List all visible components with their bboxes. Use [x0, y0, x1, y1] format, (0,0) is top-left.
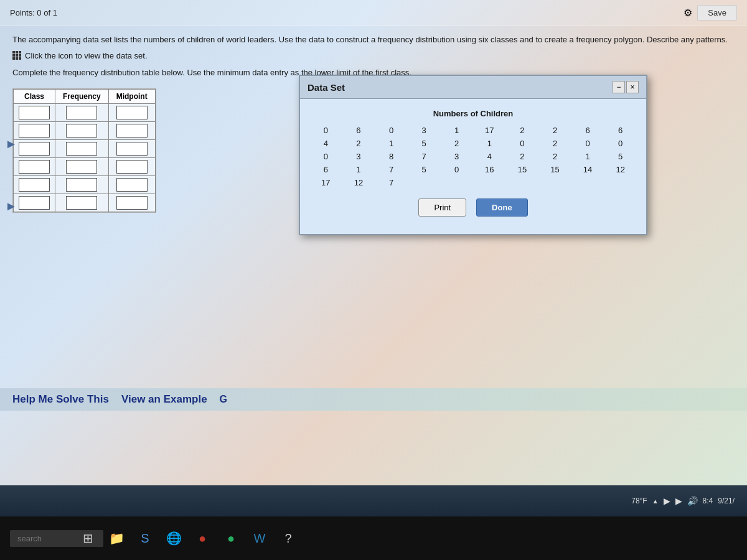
modal-btn-group: − ×	[613, 81, 639, 93]
data-value-cell: 0	[604, 138, 636, 149]
search-taskbar[interactable]	[47, 529, 66, 548]
temp-label: 78°F	[631, 497, 647, 505]
data-value-cell: 6	[572, 124, 604, 136]
data-value-cell: 4	[310, 138, 342, 149]
data-value-cell: 4	[474, 151, 505, 162]
data-value-cell: 14	[572, 164, 604, 175]
data-value-cell: 0	[310, 151, 342, 162]
chevron-up-icon: ▲	[652, 498, 659, 505]
frequency-input-4[interactable]	[66, 160, 97, 174]
modal-footer: Print Done	[310, 198, 636, 224]
data-value-cell: 2	[539, 151, 571, 162]
grid-icon	[12, 51, 21, 60]
taskbar-app-icon-8[interactable]: ?	[279, 529, 298, 548]
data-value-cell: 1	[343, 164, 375, 175]
click-icon-text: Click the icon to view the data set.	[25, 51, 148, 60]
time-label: 8:4	[703, 497, 713, 505]
data-set-link[interactable]: Click the icon to view the data set.	[12, 51, 735, 60]
midpoint-input-2[interactable]	[116, 124, 148, 138]
taskbar-app-icon-1[interactable]: ⊞	[78, 529, 97, 548]
data-value-cell: 2	[343, 138, 375, 149]
view-example-button[interactable]: View an Example	[121, 393, 207, 406]
date-label: 9/21/	[718, 497, 735, 505]
data-value-cell: 17	[474, 124, 505, 136]
nav-arrow-left[interactable]: ►	[5, 137, 17, 151]
class-input-3[interactable]	[19, 142, 50, 156]
data-value-cell: 3	[408, 124, 440, 136]
taskbar-app-icon-7[interactable]: W	[250, 529, 269, 548]
col-header-frequency: Frequency	[55, 89, 109, 103]
class-input-4[interactable]	[19, 160, 50, 174]
table-row	[14, 157, 156, 175]
frequency-table: Class Frequency Midpoint	[13, 89, 156, 212]
system-tray: 78°F ▲ ▶ ▶ 🔊 8:4 9/21/	[631, 496, 735, 506]
gear-icon[interactable]: ⚙	[684, 7, 692, 19]
class-input-1[interactable]	[19, 106, 50, 119]
taskbar-app-icon-3[interactable]: S	[136, 529, 154, 548]
bottom-bar: Help Me Solve This View an Example G	[0, 388, 747, 411]
col-header-class: Class	[14, 89, 55, 103]
data-value-cell: 8	[375, 151, 407, 162]
help-me-solve-button[interactable]: Help Me Solve This	[12, 393, 109, 406]
data-value-cell: 0	[375, 124, 407, 136]
taskbar-app-icon-6[interactable]: ●	[222, 529, 240, 548]
data-value-cell: 2	[539, 138, 571, 149]
data-grid: 0603117226642152102000387342215617501615…	[310, 124, 636, 189]
main-app: Points: 0 of 1 ⚙ Save The accompanying d…	[0, 0, 747, 485]
points-label: Points: 0 of 1	[10, 8, 57, 17]
data-value-cell: 15	[539, 164, 571, 175]
col-header-midpoint: Midpoint	[108, 89, 155, 103]
problem-text: The accompanying data set lists the numb…	[12, 34, 735, 46]
frequency-input-2[interactable]	[66, 124, 97, 138]
volume-icon: 🔊	[687, 496, 698, 506]
data-set-modal: Data Set − × Numbers of Children 0603117…	[299, 75, 647, 235]
data-value-cell: 12	[343, 177, 375, 189]
done-button[interactable]: Done	[476, 198, 528, 217]
modal-title: Data Set	[308, 82, 345, 93]
class-input-6[interactable]	[19, 196, 50, 210]
frequency-input-1[interactable]	[66, 106, 97, 119]
data-value-cell: 7	[408, 151, 440, 162]
table-row	[14, 175, 156, 194]
class-input-2[interactable]	[19, 124, 50, 138]
taskbar-app-icons: ⊞ 📁 S 🌐 ● ● W ?	[78, 529, 298, 548]
taskbar-bottom: ⊞ 📁 S 🌐 ● ● W ?	[0, 516, 747, 560]
midpoint-input-5[interactable]	[116, 178, 148, 192]
data-value-cell: 5	[408, 138, 440, 149]
class-input-5[interactable]	[19, 178, 50, 192]
data-value-cell: 3	[343, 151, 375, 162]
taskbar-app-icon-2[interactable]: 📁	[107, 529, 126, 548]
modal-minimize-button[interactable]: −	[613, 81, 625, 93]
taskbar-app-icon-5[interactable]: ●	[193, 529, 212, 548]
data-value-cell: 0	[507, 138, 538, 149]
frequency-input-6[interactable]	[66, 196, 97, 210]
taskbar-app-icon-4[interactable]: 🌐	[164, 529, 183, 548]
nav-arrow-right[interactable]: ►	[5, 199, 17, 213]
frequency-input-5[interactable]	[66, 178, 97, 192]
data-value-cell: 7	[375, 177, 407, 189]
data-value-cell: 7	[375, 164, 407, 175]
taskbar-icon-2: ▶	[675, 496, 682, 506]
midpoint-input-1[interactable]	[116, 106, 148, 119]
midpoint-input-4[interactable]	[116, 160, 148, 174]
midpoint-input-3[interactable]	[116, 142, 148, 156]
data-value-cell: 0	[441, 164, 472, 175]
modal-close-button[interactable]: ×	[626, 81, 639, 93]
data-value-cell: 1	[474, 138, 505, 149]
data-value-cell: 15	[507, 164, 538, 175]
taskbar-top: 78°F ▲ ▶ ▶ 🔊 8:4 9/21/	[0, 485, 747, 516]
top-bar: Points: 0 of 1 ⚙ Save	[0, 0, 747, 26]
frequency-input-3[interactable]	[66, 142, 97, 156]
gear-icon-area: ⚙ Save	[684, 5, 737, 21]
g-button[interactable]: G	[220, 394, 227, 405]
midpoint-input-6[interactable]	[116, 196, 148, 210]
modal-body: Numbers of Children 06031172266421521020…	[300, 99, 646, 234]
save-button[interactable]: Save	[697, 5, 737, 21]
data-value-cell: 6	[343, 124, 375, 136]
table-row	[14, 139, 156, 157]
data-value-cell: 12	[604, 164, 636, 175]
data-value-cell: 6	[310, 164, 342, 175]
data-value-cell: 0	[310, 124, 342, 136]
modal-header: Data Set − ×	[300, 76, 646, 99]
print-button[interactable]: Print	[418, 198, 466, 217]
